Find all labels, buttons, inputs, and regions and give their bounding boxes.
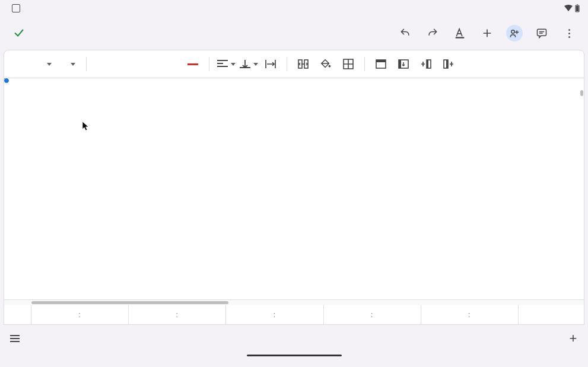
insert-button[interactable]: [479, 25, 495, 42]
italic-button[interactable]: [115, 55, 135, 74]
quicksum-bar: : : : : :: [4, 305, 584, 325]
svg-rect-1: [577, 5, 578, 6]
mouse-cursor-icon: [82, 121, 90, 132]
insert-col-left-button[interactable]: [416, 55, 436, 74]
stat-formula[interactable]: [519, 305, 584, 324]
horizontal-scrollbar[interactable]: [31, 301, 228, 304]
svg-point-4: [511, 30, 514, 33]
undo-button[interactable]: [397, 25, 414, 42]
redo-button[interactable]: [424, 25, 441, 42]
freeze-rows-button[interactable]: [371, 55, 391, 74]
divider: [287, 57, 287, 71]
stat-min[interactable]: :: [324, 305, 421, 324]
merge-button[interactable]: [293, 55, 313, 74]
borders-button[interactable]: [338, 55, 358, 74]
underline-button[interactable]: [138, 55, 158, 74]
text-format-button[interactable]: [452, 25, 468, 42]
svg-point-8: [329, 65, 331, 68]
spreadsheet-grid[interactable]: [4, 78, 584, 305]
svg-rect-17: [446, 60, 448, 68]
app-bar: [0, 17, 588, 50]
divider: [209, 57, 209, 71]
android-status-bar: [0, 0, 588, 17]
fill-handle[interactable]: [4, 78, 9, 83]
chevron-down-icon: [253, 63, 258, 66]
text-color-button[interactable]: [183, 55, 203, 74]
divider: [364, 57, 365, 71]
chevron-down-icon: [47, 63, 52, 66]
svg-rect-2: [576, 6, 579, 11]
stat-sum[interactable]: :: [31, 305, 129, 324]
calendar-icon: [12, 4, 20, 12]
vertical-scrollbar[interactable]: [580, 90, 583, 96]
wrap-button[interactable]: [260, 55, 281, 74]
freeze-cols-button[interactable]: [393, 55, 414, 74]
stat-avg[interactable]: :: [129, 305, 226, 324]
font-family-select[interactable]: [11, 55, 58, 74]
svg-rect-11: [376, 60, 386, 62]
horizontal-scrollbar-track: [4, 299, 584, 305]
stat-count[interactable]: :: [421, 305, 519, 324]
chevron-down-icon: [71, 63, 75, 66]
svg-rect-13: [399, 60, 401, 68]
chevron-down-icon: [231, 63, 236, 66]
status-right: [562, 4, 580, 12]
svg-rect-5: [538, 29, 546, 36]
fill-color-button[interactable]: [316, 55, 336, 74]
wifi-icon: [564, 5, 573, 12]
gesture-nav-bar[interactable]: [0, 352, 588, 362]
insert-col-right-button[interactable]: [438, 55, 459, 74]
sheet-tab-bar: +: [0, 325, 588, 352]
all-sheets-button[interactable]: [6, 330, 24, 347]
battery-icon: [575, 4, 580, 12]
stat-max[interactable]: :: [226, 305, 323, 324]
accept-button[interactable]: [11, 25, 27, 42]
halign-button[interactable]: [215, 55, 236, 74]
bold-button[interactable]: [93, 55, 113, 74]
share-button[interactable]: [506, 25, 523, 42]
svg-rect-3: [456, 37, 465, 38]
font-size-select[interactable]: [60, 63, 80, 66]
valign-button[interactable]: [238, 55, 258, 74]
comment-button[interactable]: [533, 25, 550, 42]
svg-rect-15: [427, 60, 428, 68]
format-toolbar: [4, 50, 584, 78]
strike-button[interactable]: [160, 55, 180, 74]
add-sheet-button[interactable]: +: [564, 330, 582, 347]
fx-label[interactable]: [4, 305, 31, 324]
divider: [86, 57, 87, 71]
more-button[interactable]: [561, 25, 577, 42]
